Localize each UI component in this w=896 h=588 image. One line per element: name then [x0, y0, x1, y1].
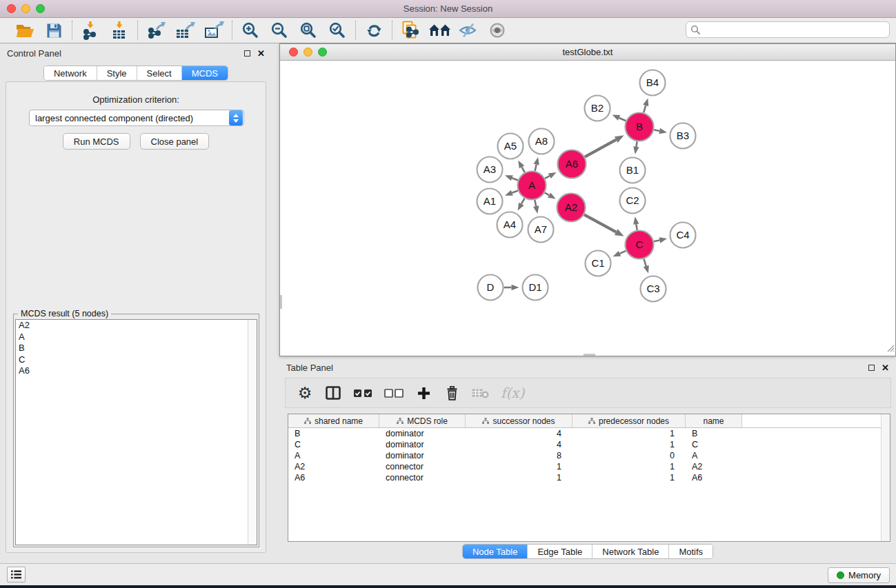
save-session-icon[interactable]	[42, 20, 66, 41]
edge-B-B1[interactable]	[636, 141, 637, 147]
network-window-titlebar[interactable]: testGlobe.txt	[280, 44, 895, 61]
cell-successor-nodes[interactable]: 8	[466, 450, 573, 461]
minimize-window-button[interactable]	[21, 4, 30, 13]
tab-style[interactable]: Style	[97, 66, 137, 80]
zoom-in-icon[interactable]	[239, 20, 262, 41]
edge-C-C1[interactable]	[619, 251, 626, 254]
mcds-result-item[interactable]: A	[16, 332, 257, 343]
edge-A-A2[interactable]	[545, 193, 549, 196]
float-panel-icon[interactable]	[244, 50, 250, 57]
select-all-icon[interactable]	[353, 383, 372, 403]
resize-grip-icon[interactable]	[886, 343, 895, 355]
edge-B-B3[interactable]	[654, 130, 659, 131]
hide-selected-icon[interactable]	[457, 20, 480, 41]
cell-name[interactable]: A	[686, 450, 742, 461]
show-all-icon[interactable]	[486, 20, 509, 41]
table-row[interactable]: Cdominator41C	[288, 439, 890, 450]
import-network-icon[interactable]	[79, 20, 102, 41]
tab-motifs[interactable]: Motifs	[669, 545, 713, 558]
edge-C-C3[interactable]	[644, 259, 646, 267]
export-image-icon[interactable]	[202, 20, 226, 41]
cell-name[interactable]: A6	[686, 472, 742, 483]
close-panel-icon[interactable]: ✕	[257, 50, 265, 57]
list-scrollbar[interactable]	[248, 320, 257, 545]
cell-shared-name[interactable]: A2	[288, 461, 379, 472]
edge-A-A1[interactable]	[512, 191, 518, 193]
clone-network-icon[interactable]	[399, 20, 422, 41]
tab-select[interactable]: Select	[137, 66, 182, 80]
minimize-network-window-button[interactable]	[303, 48, 312, 57]
cell-predecessor-nodes[interactable]: 1	[573, 461, 686, 472]
cell-predecessor-nodes[interactable]: 1	[573, 439, 686, 450]
open-file-icon[interactable]	[13, 20, 37, 41]
cell-predecessor-nodes[interactable]: 0	[573, 450, 686, 461]
zoom-network-window-button[interactable]	[318, 48, 327, 57]
zoom-fit-icon[interactable]	[297, 20, 320, 41]
network-window-controls[interactable]	[289, 48, 327, 57]
column-header-shared-name[interactable]: shared name	[288, 414, 379, 427]
close-window-button[interactable]	[7, 4, 16, 13]
cell-successor-nodes[interactable]: 1	[466, 461, 573, 472]
edge-A-A6[interactable]	[545, 176, 550, 179]
cell-shared-name[interactable]: B	[288, 428, 379, 439]
memory-button[interactable]: Memory	[828, 567, 890, 583]
column-header-predecessor-nodes[interactable]: predecessor nodes	[573, 414, 686, 427]
add-column-icon[interactable]	[415, 383, 432, 403]
zoom-out-icon[interactable]	[268, 20, 291, 41]
cell-shared-name[interactable]: C	[288, 439, 379, 450]
table-settings-icon[interactable]: ⚙	[297, 383, 313, 403]
table-scrollbar[interactable]	[881, 414, 890, 541]
column-visibility-icon[interactable]	[325, 383, 341, 403]
mcds-result-list[interactable]: A2ABCA6	[15, 319, 257, 545]
cell-name[interactable]: B	[686, 428, 742, 439]
mcds-result-item[interactable]: B	[16, 343, 257, 354]
run-mcds-button[interactable]: Run MCDS	[63, 133, 130, 150]
tab-edge-table[interactable]: Edge Table	[528, 545, 593, 558]
close-network-window-button[interactable]	[289, 48, 298, 57]
edge-C-C2[interactable]	[636, 224, 637, 230]
cell-name[interactable]: C	[686, 439, 742, 450]
column-header-successor-nodes[interactable]: successor nodes	[466, 414, 573, 427]
cell-successor-nodes[interactable]: 4	[466, 428, 573, 439]
edge-A-A7[interactable]	[535, 200, 536, 206]
zoom-window-button[interactable]	[36, 4, 45, 13]
mcds-result-item[interactable]: A2	[16, 320, 257, 332]
cell-successor-nodes[interactable]: 1	[466, 472, 573, 483]
tab-node-table[interactable]: Node Table	[463, 545, 528, 558]
edge-B-B2[interactable]	[619, 118, 626, 121]
edge-A6-B[interactable]	[585, 140, 616, 157]
window-controls[interactable]	[7, 4, 45, 13]
cell-shared-name[interactable]: A	[288, 450, 379, 461]
cell-MCDS-role[interactable]: dominator	[379, 439, 466, 450]
tab-mcds[interactable]: MCDS	[182, 66, 228, 80]
deselect-all-icon[interactable]	[384, 383, 404, 403]
network-canvas[interactable]: B4B2BB3B1A5A8A6A3AA1C2A2A4A7CC4C1C3DD1	[280, 61, 895, 356]
table-row[interactable]: Bdominator41B	[288, 428, 890, 439]
cell-MCDS-role[interactable]: connector	[379, 472, 466, 483]
cell-MCDS-role[interactable]: dominator	[379, 428, 466, 439]
edge-A-A4[interactable]	[521, 199, 525, 204]
cell-predecessor-nodes[interactable]: 1	[573, 428, 686, 439]
table-row[interactable]: A6connector11A6	[288, 472, 890, 483]
table-row[interactable]: A2connector11A2	[288, 461, 890, 472]
edge-C-C4[interactable]	[654, 240, 659, 241]
cell-successor-nodes[interactable]: 4	[466, 439, 573, 450]
column-header-MCDS-role[interactable]: MCDS role	[379, 414, 466, 427]
cell-MCDS-role[interactable]: connector	[379, 461, 466, 472]
search-input[interactable]	[686, 21, 890, 38]
cell-predecessor-nodes[interactable]: 1	[573, 472, 686, 483]
export-network-icon[interactable]	[144, 20, 168, 41]
task-history-button[interactable]	[7, 567, 26, 582]
delete-column-icon[interactable]	[444, 383, 460, 403]
column-header-name[interactable]: name	[686, 414, 742, 427]
zoom-selected-icon[interactable]	[326, 20, 349, 41]
tab-network[interactable]: Network	[44, 66, 97, 80]
criterion-dropdown[interactable]: largest connected component (directed)	[29, 110, 244, 126]
canvas-horizontal-scrollbar[interactable]	[584, 354, 595, 356]
table-header-row[interactable]: shared nameMCDS rolesuccessor nodesprede…	[288, 414, 890, 428]
tab-network-table[interactable]: Network Table	[593, 545, 669, 558]
edge-B-B4[interactable]	[644, 105, 646, 112]
edge-A-A3[interactable]	[512, 178, 518, 180]
refresh-icon[interactable]	[362, 20, 386, 41]
mcds-result-item[interactable]: A6	[16, 365, 257, 377]
